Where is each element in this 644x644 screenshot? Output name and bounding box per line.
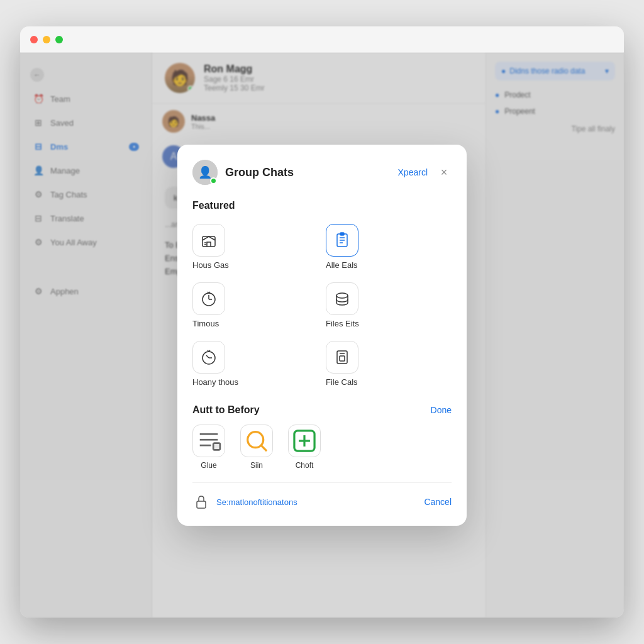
hous-gas-label: Hous Gas [192, 260, 229, 270]
footer-left: Se:matlonoftitionatons [192, 493, 297, 511]
glue-label: Glue [201, 461, 216, 470]
lock-icon [192, 493, 210, 511]
hoany-thous-label: Hoany thous [192, 377, 238, 387]
alle-eals-icon [333, 231, 351, 249]
auto-item-siin[interactable]: Siin [240, 425, 273, 470]
svg-rect-20 [340, 356, 345, 361]
dialog-close-button[interactable]: × [436, 165, 452, 180]
choft-icon [289, 425, 320, 457]
close-button[interactable] [30, 36, 38, 43]
auto-section-header: Autt to Befory Done [192, 404, 452, 416]
svg-point-13 [336, 293, 348, 298]
dialog-header-left: 👤 Group Chats [192, 160, 294, 185]
file-cals-icon [333, 348, 351, 366]
dialog: 👤 Group Chats Xpearcl × Featured [177, 145, 467, 526]
feature-item-timous[interactable]: Timous [192, 280, 318, 331]
svg-point-26 [248, 432, 264, 448]
feature-item-hoany-thous[interactable]: Hoany thous [192, 338, 318, 389]
done-button[interactable]: Done [431, 405, 452, 415]
titlebar [20, 26, 624, 53]
hous-gas-icon-box [192, 224, 225, 257]
timous-icon-box [192, 282, 225, 315]
choft-label: Choft [296, 461, 314, 470]
minimize-button[interactable] [43, 36, 50, 43]
hoany-thous-icon [200, 348, 218, 366]
file-cals-label: File Cals [326, 377, 358, 387]
modal-overlay: 👤 Group Chats Xpearcl × Featured [20, 53, 624, 618]
files-eits-icon-box [326, 282, 358, 315]
dialog-avatar: 👤 [192, 160, 218, 185]
cancel-button[interactable]: Cancel [424, 497, 452, 507]
glue-icon [193, 425, 225, 457]
dialog-avatar-status [210, 177, 217, 184]
auto-items: Glue Siin [192, 425, 452, 470]
app-content: ← ⏰ Team ⊞ Saved ⊟ Dms • 👤 Manage ⚙ Tag … [20, 53, 624, 618]
svg-rect-25 [213, 443, 220, 450]
svg-line-27 [261, 445, 267, 451]
alle-eals-icon-box [326, 224, 358, 257]
siin-icon [241, 425, 272, 457]
svg-rect-19 [337, 351, 347, 364]
dialog-search-link[interactable]: Xpearcl [398, 167, 428, 177]
timous-label: Timous [192, 319, 219, 328]
glue-icon-box [192, 425, 225, 457]
hous-gas-icon [200, 231, 218, 249]
hoany-thous-icon-box [192, 341, 225, 374]
dialog-footer: Se:matlonoftitionatons Cancel [192, 482, 452, 511]
siin-icon-box [240, 425, 273, 457]
svg-rect-31 [197, 501, 206, 508]
dialog-header-right: Xpearcl × [398, 165, 452, 180]
maximize-button[interactable] [55, 36, 63, 43]
timous-icon [200, 290, 218, 308]
features-grid: Hous Gas Alle [192, 221, 452, 389]
auto-item-glue[interactable]: Glue [192, 425, 225, 470]
footer-link[interactable]: Se:matlonoftitionatons [216, 497, 297, 507]
auto-section: Autt to Befory Done [192, 404, 452, 470]
feature-item-hous-gas[interactable]: Hous Gas [192, 221, 318, 272]
feature-item-file-cals[interactable]: File Cals [326, 338, 452, 389]
feature-item-files-eits[interactable]: Files Eits [326, 280, 452, 331]
feature-item-alle-eals[interactable]: Alle Eals [326, 221, 452, 272]
file-cals-icon-box [326, 341, 358, 374]
svg-line-15 [206, 355, 209, 358]
traffic-lights [30, 36, 63, 43]
alle-eals-label: Alle Eals [326, 260, 358, 270]
choft-icon-box [288, 425, 321, 457]
dialog-title: Group Chats [225, 166, 294, 179]
main-window: ← ⏰ Team ⊞ Saved ⊟ Dms • 👤 Manage ⚙ Tag … [20, 26, 624, 618]
files-eits-label: Files Eits [326, 319, 359, 328]
dialog-header: 👤 Group Chats Xpearcl × [192, 160, 452, 185]
files-eits-icon [333, 290, 351, 308]
svg-rect-7 [340, 233, 344, 235]
featured-section-title: Featured [192, 200, 452, 211]
siin-label: Siin [250, 461, 263, 470]
auto-item-choft[interactable]: Choft [288, 425, 321, 470]
auto-title: Autt to Befory [192, 404, 260, 416]
